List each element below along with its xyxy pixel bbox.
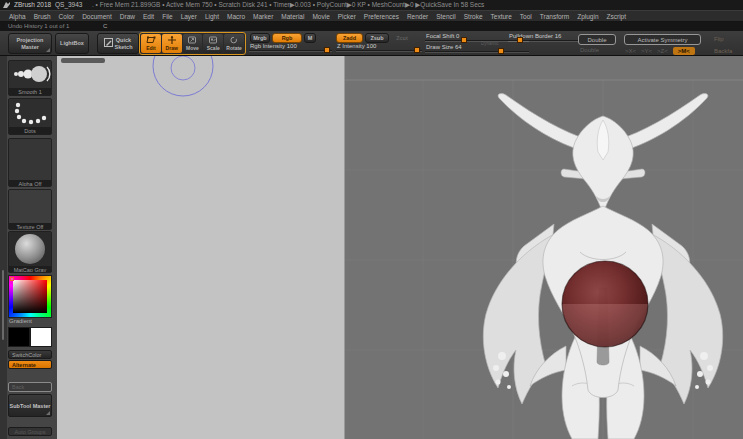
alternate-button[interactable]: Alternate: [8, 360, 52, 369]
menu-brush[interactable]: Brush: [34, 13, 51, 20]
menu-preferences[interactable]: Preferences: [364, 13, 399, 20]
menu-material[interactable]: Material: [281, 13, 304, 20]
double-button[interactable]: Double: [578, 34, 616, 45]
scale-icon: [208, 36, 218, 44]
back-button[interactable]: Back: [8, 382, 52, 392]
document-name: QS_3943: [55, 0, 82, 10]
m-button[interactable]: M: [304, 33, 316, 43]
undo-history-label: Undo History 1 out of 1: [8, 22, 69, 31]
lightbox-button[interactable]: LightBox: [55, 33, 89, 54]
top-shelf-toolbar: Projection Master LightBox Quick Sketch …: [0, 31, 743, 56]
draw-icon: [167, 36, 177, 44]
sculpt-mode-group: Zadd Zsub Zcut: [336, 33, 413, 43]
secondary-color-swatch[interactable]: [30, 327, 52, 347]
rotate-mode-button[interactable]: Rotate: [224, 34, 244, 53]
symmetry-z-button[interactable]: >Z<: [657, 48, 668, 54]
red-sphere: [562, 261, 648, 348]
menu-tool[interactable]: Tool: [520, 13, 532, 20]
menu-draw[interactable]: Draw: [120, 13, 135, 20]
activate-symmetry-button[interactable]: Activate Symmetry: [624, 34, 701, 45]
mrgb-button[interactable]: Mrgb: [250, 33, 270, 43]
stroke-name-label: Dots: [9, 127, 51, 135]
alpha-name-label: Alpha Off: [9, 180, 51, 187]
z-intensity-handle[interactable]: [414, 47, 420, 53]
menu-render[interactable]: Render: [407, 13, 428, 20]
menu-layer[interactable]: Layer: [181, 13, 197, 20]
app-title: ZBrush 2018: [14, 0, 51, 10]
menu-picker[interactable]: Picker: [338, 13, 356, 20]
menu-stroke[interactable]: Stroke: [464, 13, 483, 20]
matcap-sphere-icon: [15, 234, 45, 264]
edit-mode-button[interactable]: Edit: [141, 34, 161, 53]
menu-color[interactable]: Color: [59, 13, 75, 20]
undo-history-bar[interactable]: Undo History 1 out of 1 C: [0, 22, 743, 31]
pulldown-border-handle[interactable]: [517, 37, 523, 43]
zcut-button[interactable]: Zcut: [391, 33, 413, 43]
backface-button[interactable]: Backfa: [714, 48, 732, 54]
draw-size-slider[interactable]: Draw Size 64: [425, 44, 529, 54]
zadd-button[interactable]: Zadd: [336, 33, 363, 43]
menu-zplugin[interactable]: Zplugin: [577, 13, 598, 20]
rgb-intensity-handle[interactable]: [324, 47, 330, 53]
switch-color-button[interactable]: SwitchColor: [8, 350, 52, 359]
quick-sketch-icon: [104, 38, 113, 48]
titlebar: ZBrush 2018 QS_3943 . • Free Mem 21.899G…: [0, 0, 743, 10]
flip-button[interactable]: Flip: [714, 36, 724, 42]
status-stats: . • Free Mem 21.899GB • Active Mem 750 •…: [92, 0, 484, 10]
auto-groups-button[interactable]: Auto Groups: [8, 427, 52, 436]
current-brush-selector[interactable]: Smooth 1: [8, 60, 52, 96]
menu-light[interactable]: Light: [205, 13, 219, 20]
draw-size-handle[interactable]: [498, 48, 504, 54]
menu-stencil[interactable]: Stencil: [436, 13, 456, 20]
menu-file[interactable]: File: [162, 13, 172, 20]
paint-mode-group: Mrgb Rgb M: [250, 33, 316, 43]
quick-sketch-button[interactable]: Quick Sketch: [97, 33, 139, 54]
material-selector[interactable]: MatCap Gray: [8, 231, 52, 273]
move-mode-button[interactable]: Move: [183, 34, 203, 53]
edit-viewport[interactable]: [345, 56, 743, 439]
texture-selector[interactable]: Texture Off: [8, 189, 52, 230]
menu-zscript[interactable]: Zscript: [607, 13, 627, 20]
symmetry-y-button[interactable]: >Y<: [641, 48, 652, 54]
rgb-intensity-slider[interactable]: Rgb Intensity 100: [249, 43, 332, 53]
dots-stroke-icon: [9, 99, 52, 127]
symmetry-m-button[interactable]: >M<: [673, 47, 695, 55]
focal-shift-handle[interactable]: [461, 37, 467, 43]
transform-mode-group: Edit Draw Move Scale Rotate: [139, 32, 246, 55]
saturation-value-square[interactable]: [13, 280, 47, 313]
tray-scrollbar[interactable]: [2, 270, 4, 340]
rotate-icon: [229, 36, 239, 44]
menu-macro[interactable]: Macro: [227, 13, 245, 20]
symmetry-x-button[interactable]: >X<: [625, 48, 636, 54]
gradient-label[interactable]: Gradient: [9, 318, 32, 324]
dynamic-toggle[interactable]: Dynamic: [481, 41, 499, 46]
texture-name-label: Texture Off: [9, 223, 51, 230]
pulldown-border-slider[interactable]: Pulldown Border 16: [508, 33, 580, 43]
menu-movie[interactable]: Movie: [312, 13, 329, 20]
menu-transform[interactable]: Transform: [540, 13, 569, 20]
menu-marker[interactable]: Marker: [253, 13, 273, 20]
menu-texture[interactable]: Texture: [491, 13, 512, 20]
color-picker[interactable]: [8, 275, 52, 318]
rgb-button[interactable]: Rgb: [272, 33, 302, 43]
document-canvas[interactable]: [57, 56, 345, 439]
canvas-scroll-handle[interactable]: [61, 58, 105, 63]
draw-mode-button[interactable]: Draw: [162, 34, 182, 53]
menu-document[interactable]: Document: [82, 13, 112, 20]
alpha-selector[interactable]: Alpha Off: [8, 138, 52, 187]
projection-master-button[interactable]: Projection Master: [8, 33, 52, 54]
scale-mode-button[interactable]: Scale: [203, 34, 223, 53]
edit-icon: [146, 36, 156, 44]
stroke-selector[interactable]: Dots: [8, 98, 52, 135]
menu-alpha[interactable]: Alpha: [9, 13, 26, 20]
undo-history-marker: C: [103, 22, 107, 31]
left-tray-edge[interactable]: [0, 56, 7, 439]
z-intensity-slider[interactable]: Z Intensity 100: [336, 43, 422, 53]
zsub-button[interactable]: Zsub: [365, 33, 389, 43]
main-area: Smooth 1 Dots: [0, 56, 743, 439]
main-secondary-colors: [8, 327, 52, 347]
main-color-swatch[interactable]: [8, 327, 30, 347]
subtool-master-button[interactable]: SubTool Master: [8, 394, 52, 417]
brush-name-label: Smooth 1: [9, 88, 51, 96]
menu-edit[interactable]: Edit: [143, 13, 154, 20]
